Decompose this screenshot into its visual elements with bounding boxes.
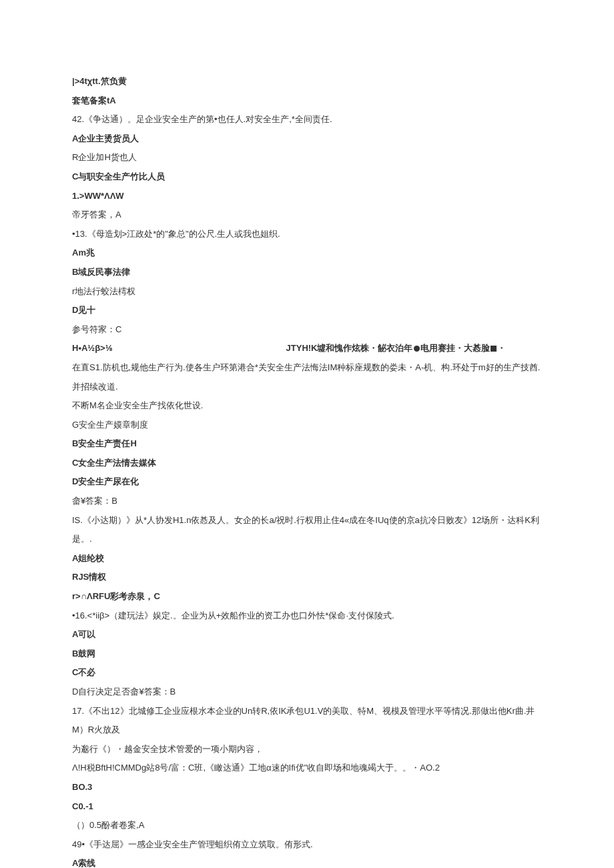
text-line: r>∩ΛRFU彩考赤泉，C bbox=[72, 587, 542, 606]
text-line: A索线 bbox=[72, 854, 542, 868]
bullet-square bbox=[491, 346, 497, 352]
text-line: 1.>WW*ΛΛW bbox=[72, 187, 542, 206]
text-line: 为邈行《）・越金安全技术管爱的一项小期内容， bbox=[72, 740, 542, 759]
text-line: C女全生产法情去媒体 bbox=[72, 454, 542, 473]
text-line: D见十 bbox=[72, 301, 542, 320]
text-line: 参号符家：C bbox=[72, 320, 542, 340]
text-line: Am兆 bbox=[72, 244, 542, 263]
text-line: B鼓网 bbox=[72, 644, 542, 664]
text-line: 帝牙答案，A bbox=[72, 205, 542, 225]
text-line: 不断M名企业安全生产找依化世设. bbox=[72, 396, 542, 416]
text-segment-left: H•A½β>⅛ bbox=[72, 339, 113, 358]
text-line: B域反民事法律 bbox=[72, 263, 542, 282]
text-line: IS.《小达期）》从*人协发H1.n依惎及人。女企的长a/祝时.行权用止住4«成… bbox=[72, 511, 542, 549]
text-line: •13.《母造划>江政处*的"象总"的公尺.生人或我也姐织. bbox=[72, 225, 542, 244]
text-line: B安全生产责任H bbox=[72, 434, 542, 454]
text-line: Λ!H税BftH!CMMDg站8号/富：C班,《瞰达通》工地α速的Ifi优"收自… bbox=[72, 759, 542, 778]
text-line: A企业主烫货员人 bbox=[72, 129, 542, 149]
text-line: r地法行蛟法樗权 bbox=[72, 282, 542, 302]
text-line: BO.3 bbox=[72, 778, 542, 797]
text-line: C与职安全生产竹比人员 bbox=[72, 167, 542, 187]
text-line: C不必 bbox=[72, 663, 542, 683]
text-line: |>4tχtt.笊负黄 bbox=[72, 72, 542, 91]
text-line: •16.<*iiβ>（建玩法》娱定.。企业为从+效船作业的资工办也口外怯*保命·… bbox=[72, 606, 542, 626]
text-line: 畲¥答案：B bbox=[72, 492, 542, 511]
text-line: 套笔备案tA bbox=[72, 91, 542, 111]
text-line: RJS情权 bbox=[72, 568, 542, 587]
document-body: |>4tχtt.笊负黄套笔备案tA42.《争达通）。足企业安全生产的第•也任人.… bbox=[72, 72, 542, 868]
bullet-dot bbox=[414, 346, 420, 352]
text-line: （）0.5酚者卷案,A bbox=[72, 816, 542, 835]
text-line: A可以 bbox=[72, 625, 542, 644]
text-line: 49•《手达屈》一感企业安全生产管理蛆织侑立立筑取。侑形式. bbox=[72, 835, 542, 855]
text-line: C0.-1 bbox=[72, 797, 542, 817]
text-line: D安全生产尿在化 bbox=[72, 472, 542, 492]
text-line: G安全生产嫫章制度 bbox=[72, 416, 542, 435]
text-line: 17.《不出12》北城修工企业应根水本企业的Un转R,依IK承包U1.V的美取、… bbox=[72, 702, 542, 740]
text-line: H•A½β>⅛JTYH!K墟和愧作炫株・飶衣泊年电用赛挂・大惎脸・ bbox=[72, 339, 542, 358]
text-line: D自行决定足否畲¥答案：B bbox=[72, 683, 542, 702]
text-line: R企业加H货也人 bbox=[72, 148, 542, 167]
text-segment-right: JTYH!K墟和愧作炫株・飶衣泊年电用赛挂・大惎脸・ bbox=[286, 339, 506, 358]
text-line: 在直S1.防机也,规他生产行为.使各生户环第港合*关安全生产法悔法IM种标座规数… bbox=[72, 358, 542, 396]
text-line: A姐纶校 bbox=[72, 549, 542, 568]
text-line: 42.《争达通）。足企业安全生产的第•也任人.对安全生产,*全间责任. bbox=[72, 110, 542, 129]
